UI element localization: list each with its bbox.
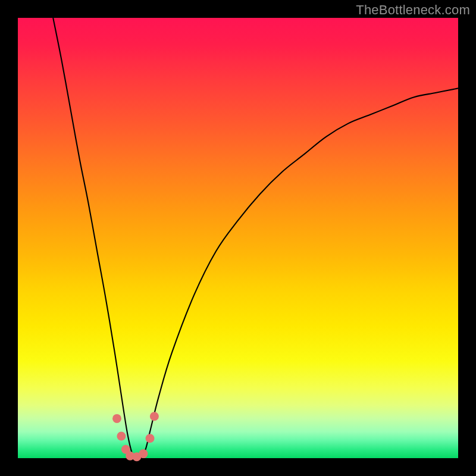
chart-frame: TheBottleneck.com bbox=[0, 0, 476, 476]
marker-point bbox=[139, 449, 148, 458]
marker-point bbox=[117, 432, 126, 441]
plot-area bbox=[18, 18, 458, 458]
marker-point bbox=[150, 412, 159, 421]
watermark-text: TheBottleneck.com bbox=[356, 2, 470, 18]
marker-point bbox=[112, 414, 121, 423]
curve-layer bbox=[18, 18, 458, 458]
minimum-markers bbox=[112, 412, 159, 461]
bottleneck-curve bbox=[53, 18, 458, 459]
marker-point bbox=[146, 434, 155, 443]
